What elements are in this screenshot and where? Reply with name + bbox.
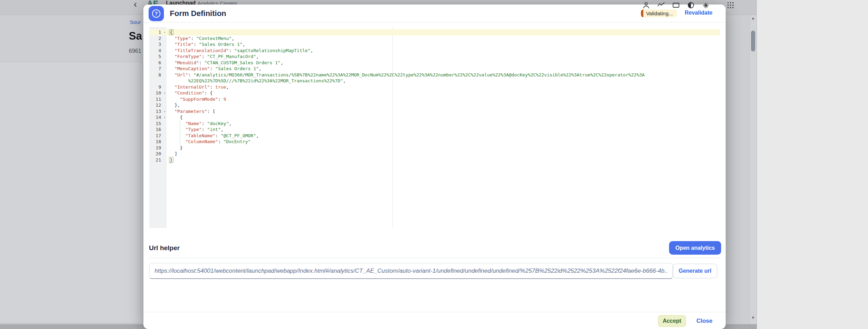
code-line-text: ]	[167, 151, 177, 157]
code-line[interactable]: %22EQ%22%7D%5D///%7B%22id%22%3A%22MOR_Tr…	[149, 78, 720, 84]
background-page-subtext: 6961	[129, 48, 141, 54]
gutter-line-number: 21	[149, 157, 167, 163]
json-editor[interactable]: 1▾{2 "Type": "ContextMenu",3 "Title": "S…	[149, 27, 720, 228]
question-mark-glyph: ?	[152, 9, 160, 18]
code-line-text: "TitleTranslationId": "sapCtxRelationshi…	[167, 48, 313, 54]
code-line[interactable]: 1▾{	[149, 29, 720, 35]
gutter-line-number	[149, 78, 167, 84]
code-line[interactable]: 5 "FormType": "CT_PF_ManufacOrd",	[149, 54, 720, 60]
code-line[interactable]: 10▾ "Condition": {	[149, 90, 720, 96]
footer-divider	[143, 312, 726, 312]
gutter-line-number: 17	[149, 133, 167, 139]
code-line-text: "SuppFormMode": 9	[167, 96, 226, 102]
gutter-line-number: 16	[149, 126, 167, 133]
revalidate-button[interactable]: Revalidate	[685, 10, 712, 16]
line-chart-icon[interactable]	[657, 1, 666, 10]
header-icons	[642, 1, 735, 10]
dialog-title: Form Definition	[170, 5, 226, 23]
dialog-header: ? Form Definition Validating... Revalida…	[143, 5, 726, 23]
fold-arrow-icon[interactable]: ▾	[164, 90, 166, 97]
code-line[interactable]: 6 "MenuUid": "CTAN_CUSTOM_Sales Orders 1…	[149, 60, 720, 66]
contrast-icon[interactable]	[686, 1, 695, 10]
badge-text: Validating...	[643, 10, 677, 16]
code-line-text: "Name": "docKey",	[167, 121, 232, 127]
code-line[interactable]: 9 "InternalUrl": true,	[149, 84, 720, 90]
back-icon[interactable]: ‹	[134, 0, 137, 10]
page-scrollbar[interactable]: ▲ ▼	[749, 15, 757, 324]
code-line-text: "InternalUrl": true,	[167, 84, 229, 90]
code-line[interactable]: 16 "Type": "int",	[149, 126, 720, 133]
background-card	[0, 62, 143, 323]
indent-guide	[180, 121, 180, 145]
code-line[interactable]: 19 }	[149, 145, 720, 151]
code-line-text: "Url": "#/analytics/MO360/MOR_Transactio…	[167, 72, 645, 78]
code-line[interactable]: 7 "MenuCaption": "Sales Orders 1",	[149, 66, 720, 72]
code-line-text: "MenuUid": "CTAN_CUSTOM_Sales Orders 1",	[167, 60, 283, 66]
background-page-title: Sa	[129, 30, 142, 42]
fold-arrow-icon[interactable]: ▾	[164, 109, 166, 115]
url-helper-title: Url helper	[149, 244, 180, 252]
code-line-text: },	[167, 102, 180, 108]
fold-arrow-icon[interactable]: ▾	[164, 30, 166, 36]
code-line[interactable]: 2 "Type": "ContextMenu",	[149, 35, 720, 42]
code-line-text: "Parameters": [	[167, 108, 215, 115]
accept-button[interactable]: Accept	[658, 315, 686, 327]
code-line[interactable]: 3 "Title": "Sales Orders 1",	[149, 41, 720, 48]
code-line-text: "Title": "Sales Orders 1",	[167, 41, 245, 48]
code-line[interactable]: 20 ]	[149, 151, 720, 157]
gutter-line-number: 1▾	[149, 29, 167, 35]
gutter-line-number: 7	[149, 66, 167, 72]
gutter-line-number: 8	[149, 72, 167, 78]
code-line[interactable]: 12 },	[149, 102, 720, 108]
code-line-text: {	[167, 114, 183, 121]
help-icon: ?	[149, 6, 164, 21]
close-button[interactable]: Close	[695, 315, 714, 327]
gutter-line-number: 5	[149, 54, 167, 60]
scrollbar-thumb[interactable]	[751, 31, 755, 51]
code-line[interactable]: 18 "ColumnName": "DocEntry"	[149, 139, 720, 145]
gutter-line-number: 19	[149, 145, 167, 151]
code-line-text: }	[167, 145, 183, 151]
brightness-icon[interactable]	[701, 1, 710, 10]
scroll-up-icon[interactable]: ▲	[750, 16, 757, 20]
code-line[interactable]: 8 "Url": "#/analytics/MO360/MOR_Transact…	[149, 72, 720, 78]
gutter-line-number: 10▾	[149, 90, 167, 96]
gutter-line-number: 11	[149, 96, 167, 102]
code-line-text: "ColumnName": "DocEntry"	[167, 139, 251, 145]
code-line-text: "Condition": {	[167, 90, 212, 96]
gutter-line-number: 6	[149, 60, 167, 66]
open-analytics-button[interactable]: Open analytics	[669, 241, 721, 255]
gutter-line-number: 3	[149, 41, 167, 48]
gutter-line-number: 4	[149, 48, 167, 54]
code-line-text: }	[167, 157, 173, 163]
code-line[interactable]: 21}	[149, 157, 720, 163]
code-line[interactable]: 4 "TitleTranslationId": "sapCtxRelations…	[149, 48, 720, 54]
code-line[interactable]: 13▾ "Parameters": [	[149, 108, 720, 115]
user-icon[interactable]	[642, 1, 651, 10]
gutter-line-number: 2	[149, 35, 167, 42]
code-line[interactable]: 17 "TableName": "@CT_PF_OMOR",	[149, 133, 720, 139]
gutter-line-number: 12	[149, 102, 167, 108]
code-editor-rows: 1▾{2 "Type": "ContextMenu",3 "Title": "S…	[149, 27, 720, 163]
code-line-text: %22EQ%22%7D%5D///%7B%22id%22%3A%22MOR_Tr…	[167, 78, 346, 84]
gutter-line-number: 20	[149, 151, 167, 157]
gutter-line-number: 9	[149, 84, 167, 90]
code-line-text: "FormType": "CT_PF_ManufacOrd",	[167, 54, 259, 60]
generate-url-button[interactable]: Generate url	[673, 264, 717, 278]
gutter-line-number: 14▾	[149, 114, 167, 121]
code-line-text: "TableName": "@CT_PF_OMOR",	[167, 133, 259, 139]
code-line[interactable]: 11 "SuppFormMode": 9	[149, 96, 720, 102]
validation-status-badge: Validating...	[641, 9, 677, 17]
fold-arrow-icon[interactable]: ▾	[164, 115, 166, 121]
scroll-down-icon[interactable]: ▼	[750, 315, 757, 320]
url-input[interactable]	[149, 263, 673, 279]
background-link[interactable]: Sour	[130, 19, 141, 25]
gutter-line-number: 13▾	[149, 108, 167, 115]
code-line[interactable]: 15 "Name": "docKey",	[149, 121, 720, 127]
code-line[interactable]: 14▾ {	[149, 114, 720, 121]
form-definition-dialog: ? Form Definition Validating... Revalida…	[143, 5, 726, 329]
code-line-text: "MenuCaption": "Sales Orders 1",	[167, 66, 261, 72]
grid-icon[interactable]	[726, 1, 735, 10]
window-icon[interactable]	[671, 1, 681, 10]
code-line-text: "Type": "ContextMenu",	[167, 35, 234, 42]
